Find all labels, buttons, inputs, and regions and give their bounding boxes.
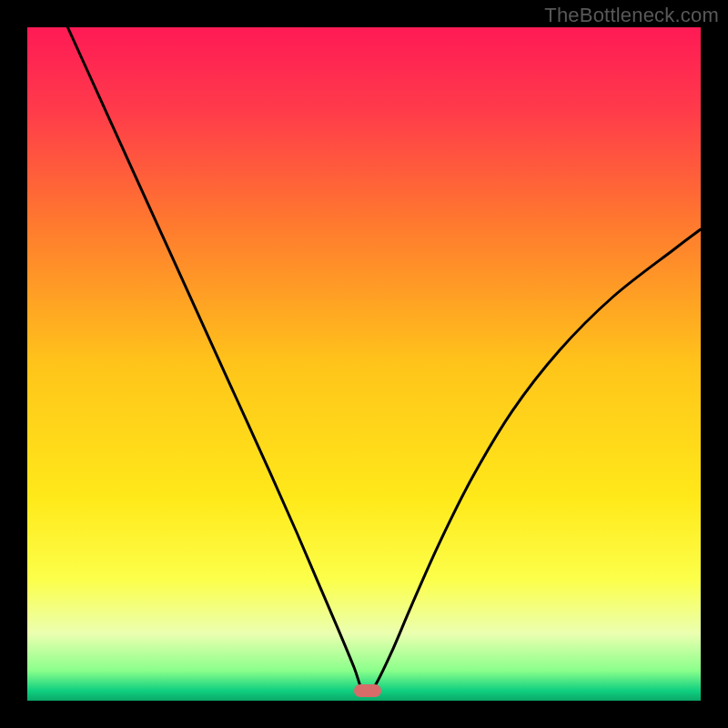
plot-area: [27, 27, 701, 701]
chart-frame: TheBottleneck.com: [0, 0, 728, 728]
gradient-background: [27, 27, 701, 701]
plot-svg: [27, 27, 701, 701]
watermark-text: TheBottleneck.com: [544, 4, 719, 27]
optimum-marker: [354, 684, 381, 697]
